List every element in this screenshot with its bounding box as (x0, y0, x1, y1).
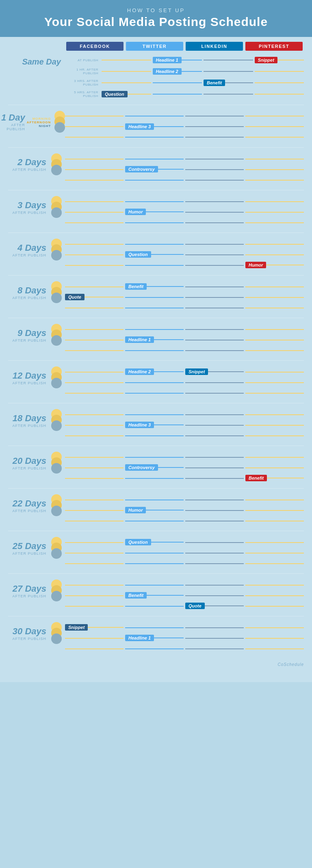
day-9: 9 Days (12, 328, 46, 338)
section-2days: 2 Days AFTER PUBLISH Controversy (0, 149, 312, 188)
col-header-linkedin: LINKEDIN (186, 42, 243, 51)
day-20: 20 Days (12, 456, 46, 466)
header: HOW TO SET UP Your Social Media Posting … (0, 0, 312, 37)
section-9days: 9 Days AFTER PUBLISH Headline 1 (0, 320, 312, 359)
header-title: Your Social Media Posting Schedule (4, 15, 308, 29)
section-4days: 4 Days AFTER PUBLISH Question (0, 235, 312, 274)
section-1day: 1 Day AFTER PUBLISH MORNING AFTERNOON NI… (0, 107, 312, 146)
day-22: 22 Days (12, 498, 46, 509)
section-18days: 18 Days AFTER PUBLISH Headline 3 (0, 405, 312, 444)
same-day-section: Same Day AT PUBLISH Headline 1 (0, 54, 312, 103)
tag-benefit-27days: Benefit (125, 592, 147, 599)
day-2: 2 Days (12, 157, 46, 167)
tag-headline3-1day: Headline 3 (125, 123, 154, 130)
afternoon-label: AFTERNOON (27, 121, 51, 124)
section-30days: 30 Days AFTER PUBLISH Snippet Headline 1 (0, 618, 312, 657)
row-3hr: 3 HRS. AFTER PUBLISH Benefit (65, 78, 304, 87)
day-4: 4 Days (12, 243, 46, 253)
same-day-rows: AT PUBLISH Headline 1 (65, 56, 304, 100)
tag-headline2-12days: Headline 2 (125, 368, 154, 375)
header-subtitle: HOW TO SET UP (4, 7, 308, 13)
row-1hr: 1 HR. AFTER PUBLISH Headline 2 (65, 67, 304, 76)
tag-headline1-30days: Headline 1 (125, 635, 154, 641)
tag-snippet-12days: Snippet (185, 368, 208, 375)
footer: CoSchedule (0, 657, 312, 670)
col-header-facebook: FACEBOOK (66, 42, 124, 51)
tag-controversy-2days: Controversy (125, 166, 158, 172)
tag-humor-3days: Humor (125, 209, 146, 215)
tag-benefit-3hr: Benefit (204, 80, 225, 86)
day-30: 30 Days (12, 626, 46, 637)
tag-question-4days: Question (125, 251, 151, 258)
tag-humor-22days: Humor (125, 507, 146, 513)
day-3: 3 Days (12, 200, 46, 211)
tag-benefit-20days-pinterest: Benefit (245, 475, 267, 481)
rows-1day: Headline 3 (65, 111, 304, 142)
tag-question-25days: Question (125, 539, 151, 545)
section-20days: 20 Days AFTER PUBLISH Controversy (0, 448, 312, 487)
tag-quote-27days: Quote (185, 603, 205, 609)
row-label-at-publish: AT PUBLISH (65, 58, 102, 62)
logo: CoSchedule (278, 662, 304, 667)
morning-label: MORNING (32, 117, 51, 121)
col-header-pinterest: PINTEREST (245, 42, 303, 51)
section-22days: 22 Days AFTER PUBLISH Humor (0, 490, 312, 529)
col-header-twitter: TWITTER (126, 42, 183, 51)
tag-headline2-1hr: Headline 2 (153, 68, 182, 75)
section-25days: 25 Days AFTER PUBLISH Question (0, 533, 312, 572)
tag-humor-4days-pinterest: Humor (245, 262, 266, 268)
day-27: 27 Days (12, 584, 46, 594)
day-12: 12 Days (12, 370, 46, 381)
tag-question-5hr: Question (102, 91, 128, 97)
same-day-label: Same Day (0, 57, 61, 67)
tag-headline1-9days: Headline 1 (125, 336, 154, 343)
day-18: 18 Days (12, 413, 46, 424)
tag-controversy-20days: Controversy (125, 464, 158, 471)
tag-snippet-30days: Snippet (65, 624, 88, 631)
day-25: 25 Days (12, 541, 46, 551)
night-label: NIGHT (39, 124, 51, 128)
section-12days: 12 Days AFTER PUBLISH Headline 2 Snippet (0, 362, 312, 401)
tag-snippet-at-publish: Snippet (255, 57, 277, 63)
main-content: FACEBOOK TWITTER LINKEDIN PINTEREST Same… (0, 37, 312, 682)
tag-headline3-18days: Headline 3 (125, 422, 154, 428)
tag-quote-8days: Quote (65, 294, 84, 300)
day-label-1day: 1 Day (0, 113, 25, 123)
section-8days: 8 Days AFTER PUBLISH Benefit Quote (0, 277, 312, 316)
section-3days: 3 Days AFTER PUBLISH Humor (0, 192, 312, 231)
row-5hr: 5 HRS. AFTER PUBLISH Question (65, 90, 304, 99)
after-label-1day: AFTER PUBLISH (0, 123, 25, 131)
row-at-publish: AT PUBLISH Headline 1 (65, 56, 304, 65)
section-27days: 27 Days AFTER PUBLISH Benefit (0, 575, 312, 614)
column-headers: FACEBOOK TWITTER LINKEDIN PINTEREST (65, 37, 304, 54)
tag-benefit-8days: Benefit (125, 283, 147, 290)
tag-headline1-at-publish: Headline 1 (153, 57, 182, 63)
day-8: 8 Days (12, 285, 46, 296)
